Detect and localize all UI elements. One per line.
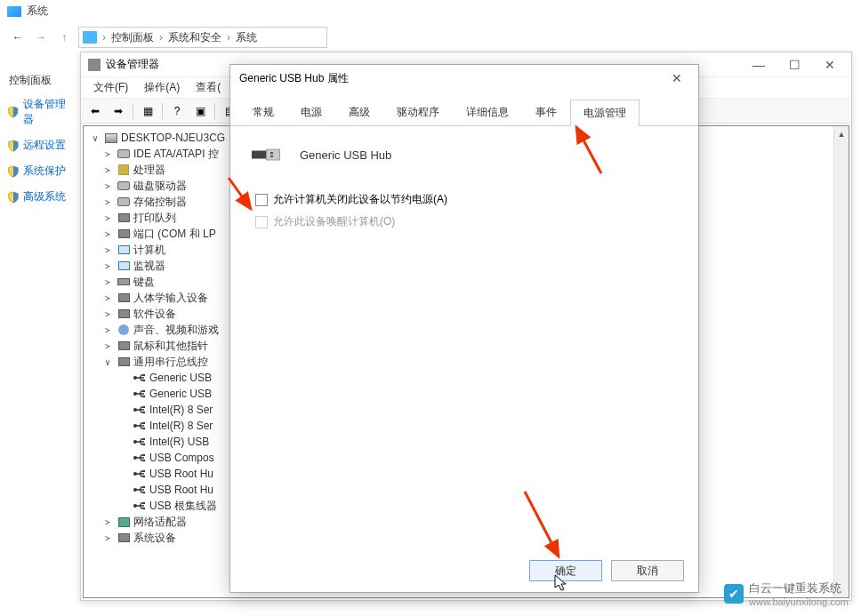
tree-label: 计算机 <box>133 243 165 258</box>
cp-link-advanced[interactable]: 高级系统 <box>0 184 82 210</box>
checkbox-label: 允许此设备唤醒计算机(O) <box>273 214 395 229</box>
scroll-up-icon[interactable]: ▲ <box>834 126 849 141</box>
tb-fwd[interactable]: ➡ <box>108 101 129 121</box>
tab-0[interactable]: 常规 <box>239 99 287 125</box>
breadcrumb-item[interactable]: 系统和安全 <box>165 30 225 45</box>
svg-point-5 <box>143 396 145 397</box>
ico-usb-icon <box>133 404 147 416</box>
shield-icon <box>7 191 20 204</box>
up-button[interactable]: ↑ <box>53 28 75 47</box>
menu-view[interactable]: 查看( <box>189 78 228 97</box>
breadcrumb-icon <box>83 31 97 44</box>
menu-file[interactable]: 文件(F) <box>86 78 135 97</box>
cp-link-label: 设备管理器 <box>23 97 75 127</box>
tree-toggle-icon[interactable]: > <box>101 213 114 223</box>
nav-arrows: ← → ↑ <box>7 28 75 47</box>
checkbox-allow-wake: 允许此设备唤醒计算机(O) <box>255 214 677 229</box>
devmgr-icon <box>88 59 101 71</box>
ico-net-icon <box>117 516 131 528</box>
tab-6[interactable]: 电源管理 <box>570 100 640 126</box>
cp-link-protection[interactable]: 系统保护 <box>0 158 82 184</box>
svg-rect-25 <box>143 502 145 504</box>
toolbar-sep <box>133 103 133 119</box>
watermark-brand: 白云一键重装系统 <box>749 580 849 596</box>
tree-toggle-icon[interactable]: > <box>101 277 114 287</box>
forward-button[interactable]: → <box>30 28 52 47</box>
tree-toggle-icon[interactable]: > <box>101 517 114 527</box>
svg-rect-16 <box>143 454 145 456</box>
tree-toggle-icon[interactable]: > <box>101 197 114 207</box>
tree-label: 人体学输入设备 <box>133 291 208 306</box>
tab-3[interactable]: 驱动程序 <box>383 99 453 125</box>
tb-scan[interactable]: ▣ <box>189 101 211 121</box>
device-name: Generic USB Hub <box>300 148 391 162</box>
tree-label: USB Root Hu <box>149 484 213 496</box>
ico-gen-icon <box>117 292 131 304</box>
system-window-title: 系统 <box>7 4 48 19</box>
tree-label: 鼠标和其他指针 <box>133 339 208 354</box>
ico-usb-icon <box>133 436 147 448</box>
close-button[interactable]: ✕ <box>812 54 848 76</box>
checkbox-icon[interactable] <box>255 194 268 206</box>
tree-toggle-icon[interactable]: > <box>101 341 114 351</box>
tab-4[interactable]: 详细信息 <box>453 99 522 125</box>
tree-toggle-icon[interactable]: > <box>101 229 114 239</box>
checkbox-allow-poweroff[interactable]: 允许计算机关闭此设备以节约电源(A) <box>255 192 677 207</box>
tree-label: 键盘 <box>133 275 155 290</box>
svg-point-20 <box>143 476 145 477</box>
tree-toggle-icon[interactable]: > <box>101 293 114 303</box>
tree-toggle-icon[interactable]: > <box>101 149 114 159</box>
maximize-button[interactable]: ☐ <box>777 54 812 76</box>
tree-toggle-icon[interactable]: > <box>101 325 114 335</box>
svg-rect-4 <box>143 390 145 392</box>
svg-rect-1 <box>143 374 145 376</box>
tree-toggle-icon[interactable]: ∨ <box>89 133 101 143</box>
tree-toggle-icon[interactable]: > <box>101 309 114 319</box>
svg-point-17 <box>143 460 145 461</box>
props-titlebar: Generic USB Hub 属性 ✕ <box>230 65 698 92</box>
tree-toggle-icon[interactable]: > <box>101 181 114 191</box>
svg-rect-27 <box>252 151 267 159</box>
cp-link-remote[interactable]: 远程设置 <box>0 132 82 158</box>
tree-label: 打印队列 <box>133 211 176 226</box>
tab-2[interactable]: 高级 <box>335 99 383 125</box>
tree-toggle-icon[interactable]: > <box>101 245 114 255</box>
watermark: ✔ 白云一键重装系统 www.baiyunxitong.com <box>724 580 849 607</box>
watermark-logo-icon: ✔ <box>724 584 744 604</box>
menu-action[interactable]: 操作(A) <box>137 78 187 97</box>
tabs: 常规电源高级驱动程序详细信息事件电源管理 <box>230 92 698 126</box>
tree-label: 处理器 <box>133 163 165 178</box>
cancel-button[interactable]: 取消 <box>611 560 684 581</box>
cp-link-device-manager[interactable]: 设备管理器 <box>0 92 82 132</box>
back-button[interactable]: ← <box>7 28 28 47</box>
close-button[interactable]: ✕ <box>664 68 689 89</box>
tb-help[interactable]: ? <box>166 101 188 121</box>
svg-point-23 <box>143 492 145 493</box>
tree-toggle-icon[interactable]: > <box>101 165 114 175</box>
tab-5[interactable]: 事件 <box>522 99 570 125</box>
tb-prop[interactable]: ▦ <box>137 101 158 121</box>
breadcrumb-item[interactable]: 系统 <box>232 30 261 45</box>
tree-label: IDE ATA/ATAPI 控 <box>133 147 219 162</box>
properties-dialog: Generic USB Hub 属性 ✕ 常规电源高级驱动程序详细信息事件电源管… <box>229 64 699 593</box>
ico-chip-icon <box>117 164 131 176</box>
ico-gen-icon <box>117 212 131 224</box>
tree-toggle-icon[interactable]: > <box>101 261 114 271</box>
tab-1[interactable]: 电源 <box>287 99 335 125</box>
devmgr-title-text: 设备管理器 <box>106 57 159 72</box>
tb-back[interactable]: ⬅ <box>84 101 106 121</box>
checkbox-icon <box>255 216 268 228</box>
minimize-button[interactable]: — <box>741 54 777 76</box>
svg-point-11 <box>143 428 145 429</box>
breadcrumb-item[interactable]: 控制面板 <box>108 30 157 45</box>
ico-aud-icon <box>117 324 131 336</box>
tree-label: 软件设备 <box>133 307 176 322</box>
ico-gen-icon <box>117 340 131 352</box>
svg-rect-28 <box>267 149 280 160</box>
breadcrumb-sep: › <box>101 31 108 44</box>
system-title-text: 系统 <box>27 4 48 19</box>
scrollbar[interactable]: ▲ <box>833 126 849 597</box>
tree-toggle-icon[interactable]: ∨ <box>101 357 114 367</box>
breadcrumb[interactable]: › 控制面板 › 系统和安全 › 系统 <box>78 27 327 48</box>
tree-toggle-icon[interactable]: > <box>101 533 114 543</box>
